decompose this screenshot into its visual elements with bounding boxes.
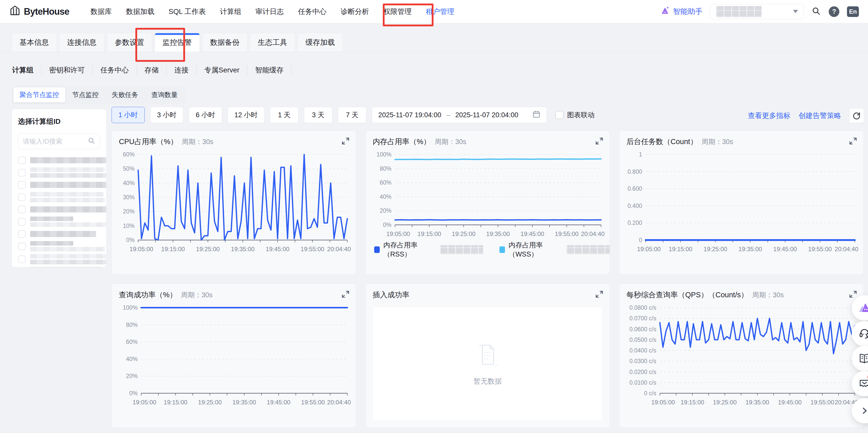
- range-7d-button[interactable]: 7 天: [338, 107, 366, 123]
- subtab-smart-cache[interactable]: 智能缓存: [247, 65, 291, 75]
- subtab-keys-licenses[interactable]: 密钥和许可: [41, 65, 93, 75]
- nav-item-audit-log[interactable]: 审计日志: [255, 7, 284, 16]
- compute-group-list-item[interactable]: [18, 205, 100, 214]
- range-6h-button[interactable]: 6 小时: [189, 107, 222, 123]
- nav-item-sql-worksheet[interactable]: SQL 工作表: [168, 7, 206, 16]
- pill-failed-tasks[interactable]: 失败任务: [106, 87, 144, 102]
- item-checkbox[interactable]: [18, 256, 26, 263]
- empty-state: 暂无数据: [373, 307, 602, 420]
- legend-item-wss[interactable]: 内存占用率（WSS）: [499, 240, 610, 259]
- range-3d-button[interactable]: 3 天: [304, 107, 332, 123]
- compute-group-list-item[interactable]: [18, 229, 100, 238]
- search-icon: [88, 137, 95, 145]
- subtab-connection[interactable]: 连接: [167, 65, 197, 75]
- chart-link-toggle[interactable]: 图表联动: [555, 110, 594, 120]
- svg-text:19:15:00: 19:15:00: [680, 399, 704, 406]
- nav-item-permissions[interactable]: 权限管理: [383, 7, 412, 16]
- chevron-down-icon: [793, 10, 798, 13]
- tab-monitor-alert[interactable]: 监控告警: [155, 33, 200, 52]
- tab-data-backup[interactable]: 数据备份: [202, 33, 247, 52]
- language-toggle[interactable]: En: [847, 6, 859, 17]
- range-3h-button[interactable]: 3 小时: [150, 107, 184, 123]
- item-checkbox[interactable]: [18, 169, 26, 176]
- tab-parameter-settings[interactable]: 参数设置: [107, 33, 152, 52]
- view-more-metrics-link[interactable]: 查看更多指标: [748, 111, 790, 121]
- account-select[interactable]: [710, 4, 804, 19]
- brand-logo[interactable]: ByteHouse: [9, 5, 69, 19]
- nav-item-data-loading[interactable]: 数据加载: [126, 7, 154, 16]
- item-checkbox[interactable]: [18, 230, 26, 238]
- chart-period: 周期：30s: [182, 137, 213, 146]
- bytehouse-logo-icon: [9, 5, 21, 19]
- range-1h-button[interactable]: 1 小时: [112, 107, 145, 123]
- svg-text:0.200: 0.200: [627, 220, 642, 226]
- help-icon[interactable]: ?: [829, 6, 839, 17]
- item-checkbox[interactable]: [18, 194, 26, 201]
- item-checkbox[interactable]: [18, 181, 26, 189]
- chart-link-checkbox[interactable]: [555, 111, 563, 119]
- compute-group-list-item[interactable]: [18, 167, 100, 178]
- range-1d-button[interactable]: 1 天: [270, 107, 299, 123]
- compute-group-list-item[interactable]: [18, 241, 100, 252]
- expand-icon[interactable]: [341, 290, 350, 299]
- svg-text:19:45:00: 19:45:00: [778, 399, 802, 406]
- range-12h-button[interactable]: 12 小时: [228, 107, 265, 123]
- compute-group-list-item[interactable]: [18, 267, 100, 267]
- svg-text:60%: 60%: [126, 338, 138, 345]
- subtab-compute-group[interactable]: 计算组: [12, 65, 41, 75]
- pill-query-count[interactable]: 查询数量: [145, 87, 184, 102]
- nav-item-databases[interactable]: 数据库: [91, 7, 112, 16]
- compute-group-list-item[interactable]: [18, 180, 100, 190]
- cpu-usage-chart: 0%10%20%30%40%50%60%19:05:0019:15:0019:2…: [115, 151, 352, 255]
- svg-text:0.0800 c/s: 0.0800 c/s: [629, 304, 656, 311]
- nav-item-task-center[interactable]: 任务中心: [298, 7, 327, 16]
- subtab-task-center[interactable]: 任务中心: [93, 65, 137, 75]
- tab-connection-info[interactable]: 连接信息: [59, 33, 104, 52]
- svg-text:0.0600 c/s: 0.0600 c/s: [629, 326, 656, 332]
- nav-item-tenant-management[interactable]: 租户管理: [426, 7, 454, 16]
- subtab-storage[interactable]: 存储: [137, 65, 167, 75]
- expand-icon[interactable]: [595, 137, 603, 145]
- pill-aggregate-node-monitor[interactable]: 聚合节点监控: [13, 87, 65, 102]
- legend-item-rss[interactable]: 内存占用率（RSS）: [374, 240, 483, 259]
- expand-icon[interactable]: [341, 137, 350, 145]
- insert-success-card: 插入成功率 暂无数据: [365, 284, 610, 428]
- ai-assistant-label: 智能助手: [673, 7, 703, 17]
- query-success-chart: 0%20%40%60%80%100%19:05:0019:15:0019:25:…: [115, 304, 352, 408]
- svg-text:0 c/s: 0 c/s: [644, 390, 656, 397]
- ai-assistant-button[interactable]: 智能助手: [660, 6, 703, 18]
- expand-icon[interactable]: [849, 137, 857, 145]
- create-alert-policy-link[interactable]: 创建告警策略: [799, 111, 841, 121]
- svg-text:19:35:00: 19:35:00: [746, 399, 769, 406]
- item-checkbox[interactable]: [18, 206, 26, 213]
- expand-icon[interactable]: [849, 290, 857, 299]
- svg-text:0.0100 c/s: 0.0100 c/s: [629, 379, 656, 386]
- nav-item-compute-group[interactable]: 计算组: [220, 7, 241, 16]
- compute-group-list-item[interactable]: [18, 254, 100, 264]
- expand-icon[interactable]: [595, 290, 603, 299]
- compute-group-list-item[interactable]: [18, 216, 100, 227]
- nav-item-diagnosis[interactable]: 诊断分析: [341, 7, 369, 16]
- refresh-button[interactable]: [849, 108, 864, 123]
- svg-text:40%: 40%: [380, 194, 392, 200]
- tab-cache-loading[interactable]: 缓存加载: [298, 33, 343, 52]
- item-checkbox[interactable]: [18, 157, 26, 164]
- pill-node-monitor[interactable]: 节点监控: [66, 87, 105, 102]
- compute-group-list-item[interactable]: [18, 156, 100, 165]
- subtab-dedicated-server[interactable]: 专属Server: [197, 65, 247, 75]
- tab-basic-info[interactable]: 基本信息: [12, 33, 57, 52]
- redacted-id-text: [30, 267, 101, 267]
- tab-eco-tools[interactable]: 生态工具: [250, 33, 295, 52]
- item-checkbox[interactable]: [18, 218, 26, 226]
- svg-text:19:05:00: 19:05:00: [637, 245, 661, 253]
- item-checkbox[interactable]: [18, 242, 26, 250]
- compute-group-panel: 选择计算组ID: [12, 109, 106, 267]
- redacted-id-text: [30, 241, 105, 252]
- compute-group-list-item[interactable]: [18, 192, 100, 202]
- search-icon[interactable]: [811, 6, 821, 17]
- date-range-picker[interactable]: 2025-11-07 19:04:00 – 2025-11-07 20:04:0…: [372, 107, 547, 123]
- search-input[interactable]: [23, 137, 85, 145]
- chart-period: 周期：30s: [181, 291, 213, 300]
- node-monitor-tabs: 聚合节点监控 节点监控 失败任务 查询数量: [12, 86, 186, 104]
- chart-title: 每秒综合查询率（QPS）（Count/s）: [626, 290, 748, 300]
